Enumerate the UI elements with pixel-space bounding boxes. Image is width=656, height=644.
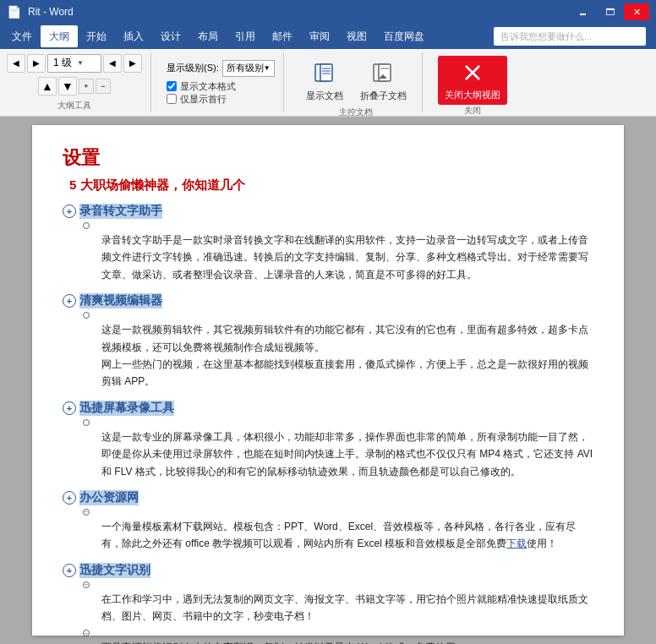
subsection-s2-0: 这是一款视频剪辑软件，其它视频剪辑软件有的功能它都有，其它没有的它也有，里面有超…	[83, 312, 593, 390]
expand-btn[interactable]: +	[79, 79, 94, 94]
outline-left-btn[interactable]: ◀	[7, 54, 25, 73]
section-header-s2: +清爽视频编辑器	[63, 293, 593, 308]
checkbox-group: 显示文本格式仅显示首行	[167, 80, 275, 106]
subsection-dot-s5-0: −	[83, 581, 90, 588]
outline-section-s3: +迅捷屏幕录像工具这是一款专业的屏幕录像工具，体积很小，功能却非常多，操作界面也…	[63, 401, 593, 480]
checkbox-input-onlyFirstLine[interactable]	[167, 94, 177, 104]
menu-item-baiduyun[interactable]: 百度网盘	[375, 25, 433, 47]
section-title-s3[interactable]: 迅捷屏幕录像工具	[79, 401, 174, 416]
outline-level-selector[interactable]: 1 级	[47, 54, 101, 73]
checkbox-label-onlyFirstLine: 仅显示首行	[180, 93, 227, 106]
subsection-dot-s4-0: −	[83, 509, 90, 516]
paragraph: 录音转文字助手是一款实时录音转换文字和在线翻译的实用软件，支持一边录音一边转写成…	[101, 232, 593, 283]
title-bar: 📄 Rit - Word 🗕 🗖 ✕	[0, 0, 656, 24]
search-box[interactable]: 告诉我您想要做什么...	[494, 27, 646, 46]
section-header-s4: +办公资源网	[63, 490, 593, 505]
outline-promote-btn[interactable]: ◀	[103, 54, 122, 73]
show-doc-icon	[311, 60, 338, 87]
paragraph: 这是一款专业的屏幕录像工具，体积很小，功能却非常多，操作界面也非常的简单，所有录…	[101, 428, 593, 480]
subsection-dot-s5-1: −	[83, 630, 90, 636]
menu-item-reference[interactable]: 引用	[227, 25, 264, 47]
close-label: 关闭	[464, 105, 481, 117]
subsection-dot-s3-0	[83, 419, 90, 426]
collapse-btn[interactable]: −	[96, 79, 111, 94]
menu-item-layout[interactable]: 布局	[189, 25, 227, 47]
document-subtitle: 5 大职场偷懒神器，你知道几个	[69, 177, 593, 194]
section-title-s2[interactable]: 清爽视频编辑器	[79, 293, 162, 308]
section-expand-btn-s2[interactable]: +	[63, 294, 76, 308]
outline-right-btn[interactable]: ▶	[27, 54, 46, 73]
subsection-s5-0: −在工作和学习中，遇到无法复制的网页文字、海报文字、书籍文字等，用它拍个照片就能…	[83, 581, 593, 625]
menu-item-start[interactable]: 开始	[78, 25, 115, 47]
title-bar-controls: 🗕 🗖 ✕	[570, 3, 649, 20]
section-header-s5: +迅捷文字识别	[63, 563, 593, 578]
checkbox-input-showTextFormat[interactable]	[167, 81, 177, 91]
show-levels-label: 显示级别(S):	[167, 62, 219, 74]
section-header-s1: +录音转文字助手	[63, 204, 593, 219]
checkbox-label-showTextFormat: 显示文本格式	[180, 80, 236, 93]
maximize-button[interactable]: 🗖	[597, 3, 622, 20]
subsection-text-s1: 录音转文字助手是一款实时录音转换文字和在线翻译的实用软件，支持一边录音一边转写成…	[101, 232, 593, 283]
section-expand-btn-s1[interactable]: +	[63, 205, 76, 218]
subsection-link-s4-0[interactable]: 下载	[506, 538, 527, 549]
close-outline-button[interactable]: 关闭大纲视图	[438, 56, 507, 105]
outline-demote-btn[interactable]: ▶	[123, 54, 142, 73]
menu-item-design[interactable]: 设计	[152, 25, 189, 47]
menu-item-outline[interactable]: 大纲	[41, 25, 78, 47]
ribbon: ◀ ▶ 1 级 ◀ ▶ ▲ ▼ + − 大纲工具 显示级别(S): 所有级别 显…	[0, 49, 656, 117]
menu-item-mail[interactable]: 邮件	[264, 25, 301, 47]
subsection-s5-1: −而且它还能将识别出来的文字翻译、复制、转发以及导出 Word 格式，免费使用。	[83, 630, 593, 644]
subsection-dot-s1-0	[83, 222, 90, 229]
menu-item-insert[interactable]: 插入	[115, 25, 152, 47]
document-title: 设置	[63, 145, 593, 171]
document-area: 设置 5 大职场偷懒神器，你知道几个 +录音转文字助手录音转文字助手是一款实时录…	[0, 117, 656, 644]
subsection-text-s3: 这是一款专业的屏幕录像工具，体积很小，功能却非常多，操作界面也非常的简单，所有录…	[101, 428, 593, 480]
minimize-button[interactable]: 🗕	[570, 3, 595, 20]
outline-up-btn[interactable]: ▲	[38, 77, 57, 96]
subsection-text-s2: 这是一款视频剪辑软件，其它视频剪辑软件有的功能它都有，其它没有的它也有，里面有超…	[101, 321, 593, 390]
menu-item-view[interactable]: 视图	[338, 25, 375, 47]
subsection-dot-s2-0	[83, 312, 90, 319]
section-body-s4: −一个海量模板素材下载网站。模板包含：PPT、Word、Excel、音效模板等，…	[83, 509, 593, 553]
subsection-s4-0: −一个海量模板素材下载网站。模板包含：PPT、Word、Excel、音效模板等，…	[83, 509, 593, 553]
outline-sections: +录音转文字助手录音转文字助手是一款实时录音转换文字和在线翻译的实用软件，支持一…	[63, 204, 593, 644]
checkbox-onlyFirstLine: 仅显示首行	[167, 93, 275, 106]
outline-section-s2: +清爽视频编辑器这是一款视频剪辑软件，其它视频剪辑软件有的功能它都有，其它没有的…	[63, 293, 593, 390]
section-body-s3: 这是一款专业的屏幕录像工具，体积很小，功能却非常多，操作界面也非常的简单，所有录…	[83, 419, 593, 480]
menu-bar: 文件大纲开始插入设计布局引用邮件审阅视图百度网盘 告诉我您想要做什么...	[0, 24, 656, 49]
section-body-s1: 录音转文字助手是一款实时录音转换文字和在线翻译的实用软件，支持一边录音一边转写成…	[83, 222, 593, 283]
outline-section-s5: +迅捷文字识别−在工作和学习中，遇到无法复制的网页文字、海报文字、书籍文字等，用…	[63, 563, 593, 644]
outline-down-btn[interactable]: ▼	[58, 77, 77, 96]
outline-tools-label: 大纲工具	[57, 100, 91, 112]
section-title-s1[interactable]: 录音转文字助手	[79, 204, 162, 219]
subsection-s3-0: 这是一款专业的屏幕录像工具，体积很小，功能却非常多，操作界面也非常的简单，所有录…	[83, 419, 593, 480]
master-doc-label: 主控文档	[339, 106, 373, 118]
subsection-text-s5-0: 在工作和学习中，遇到无法复制的网页文字、海报文字、书籍文字等，用它拍个照片就能精…	[101, 591, 593, 625]
window-close-button[interactable]: ✕	[624, 3, 649, 20]
show-levels-dropdown[interactable]: 所有级别	[222, 60, 275, 77]
section-expand-btn-s3[interactable]: +	[63, 401, 76, 415]
subsection-text-s4-0: 一个海量模板素材下载网站。模板包含：PPT、Word、Excel、音效模板等，各…	[101, 518, 593, 553]
section-title-s5[interactable]: 迅捷文字识别	[79, 563, 150, 578]
subsection-s1-0: 录音转文字助手是一款实时录音转换文字和在线翻译的实用软件，支持一边录音一边转写成…	[83, 222, 593, 283]
menu-item-file[interactable]: 文件	[3, 25, 41, 47]
subsection-text-s5-1: 而且它还能将识别出来的文字翻译、复制、转发以及导出 Word 格式，免费使用。	[101, 639, 593, 644]
show-levels-row: 显示级别(S): 所有级别	[167, 60, 275, 77]
section-expand-btn-s4[interactable]: +	[63, 491, 76, 505]
collapse-subdoc-button[interactable]: 折叠子文档	[353, 56, 413, 106]
search-placeholder: 告诉我您想要做什么...	[500, 30, 592, 43]
section-body-s5: −在工作和学习中，遇到无法复制的网页文字、海报文字、书籍文字等，用它拍个照片就能…	[83, 581, 593, 644]
menu-items: 文件大纲开始插入设计布局引用邮件审阅视图百度网盘	[3, 25, 494, 47]
section-title-s4[interactable]: 办公资源网	[79, 490, 139, 505]
outline-section-s1: +录音转文字助手录音转文字助手是一款实时录音转换文字和在线翻译的实用软件，支持一…	[63, 204, 593, 283]
show-doc-button[interactable]: 显示文档	[299, 56, 350, 106]
section-header-s3: +迅捷屏幕录像工具	[63, 401, 593, 416]
document-page: 设置 5 大职场偷懒神器，你知道几个 +录音转文字助手录音转文字助手是一款实时录…	[32, 125, 624, 636]
section-expand-btn-s5[interactable]: +	[63, 564, 76, 577]
checkbox-showTextFormat: 显示文本格式	[167, 80, 275, 93]
section-body-s2: 这是一款视频剪辑软件，其它视频剪辑软件有的功能它都有，其它没有的它也有，里面有超…	[83, 312, 593, 390]
paragraph: 网上一些热门的视频，在这里基本都能找到模板直接套用，傻瓜式操作，方便上手，总之是…	[101, 356, 593, 390]
menu-item-review[interactable]: 审阅	[301, 25, 338, 47]
svg-rect-1	[320, 64, 332, 81]
collapse-subdoc-icon	[369, 60, 396, 87]
